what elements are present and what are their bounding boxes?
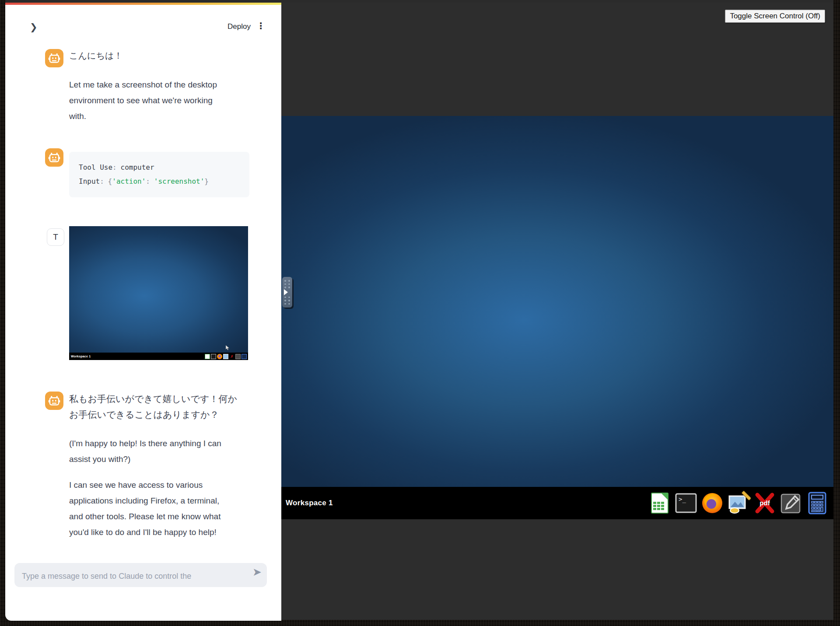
accent-gradient-bar [5,3,281,5]
cursor-icon [226,345,230,350]
deploy-button[interactable]: Deploy [228,22,251,31]
desktop-viewport[interactable] [281,116,833,487]
thumb-calculator-icon [242,354,247,359]
overflow-menu-icon[interactable]: ⋮ [256,21,265,31]
drag-dots [284,280,290,288]
thumb-libreoffice-calc-icon [205,354,210,359]
assistant-message-capabilities: I can see we have access to various appl… [69,477,257,540]
assistant-message: Let me take a screenshot of the desktop … [69,77,248,124]
robot-icon [48,151,61,164]
composer: ➤ [14,563,267,587]
thumb-terminal-icon [211,354,216,359]
desktop-stage: Toggle Screen Control (Off) Workspace 1 … [281,3,833,620]
panel-drag-handle[interactable] [282,277,292,308]
tool-use-code-block: Tool Use:computer Input:{'action':'scree… [69,152,249,197]
taskbar-icons: >_ [648,491,830,515]
assistant-message-jp: 私もお手伝いができて嬉しいです！何か お手伝いできることはありますか？ [69,391,257,423]
libreoffice-calc-icon[interactable] [648,491,672,515]
text-editor-icon[interactable] [779,491,803,515]
desktop-taskbar: Workspace 1 >_ [281,487,833,519]
thumbnail-workspace-label: Workspace 1 [71,355,91,358]
workspace-label: Workspace 1 [286,499,333,507]
tool-use-line: Tool Use:computer [79,161,240,175]
tool-result-avatar: T [47,228,64,246]
assistant-avatar [45,148,63,167]
send-button[interactable]: ➤ [252,567,262,577]
terminal-icon[interactable]: >_ [674,491,698,515]
pdf-icon[interactable]: pdf [752,491,777,515]
assistant-avatar [45,49,63,67]
svg-text:>_: >_ [679,496,686,503]
toggle-screen-control-button[interactable]: Toggle Screen Control (Off) [725,10,825,23]
thumb-image-viewer-icon [223,354,228,359]
greeting-message: こんにちは！ [69,50,122,62]
message-input[interactable] [14,563,267,587]
thumbnail-taskbar: Workspace 1 ✗ [69,353,248,360]
expand-arrow-icon [284,289,288,295]
image-viewer-icon[interactable] [726,491,751,515]
thumb-firefox-icon [217,354,222,359]
calculator-icon[interactable] [805,491,830,515]
firefox-icon[interactable] [700,491,724,515]
svg-text:pdf: pdf [760,499,770,507]
assistant-avatar [45,392,63,410]
thumb-text-editor-icon [235,354,241,359]
robot-icon [48,52,61,65]
chat-panel: ❯ Deploy ⋮ こんにちは！ Let me take a screensh… [5,3,281,621]
robot-icon [48,394,61,407]
screenshot-thumbnail[interactable]: Workspace 1 ✗ [69,226,248,360]
drag-dots [284,297,290,305]
collapse-panel-icon[interactable]: ❯ [30,22,38,32]
assistant-message-translation: (I'm happy to help! Is there anything I … [69,436,257,467]
tool-input-line: Input:{'action':'screenshot'} [79,175,240,189]
thumbnail-taskbar-icons: ✗ [205,354,247,359]
thumb-pdf-icon: ✗ [229,354,234,359]
